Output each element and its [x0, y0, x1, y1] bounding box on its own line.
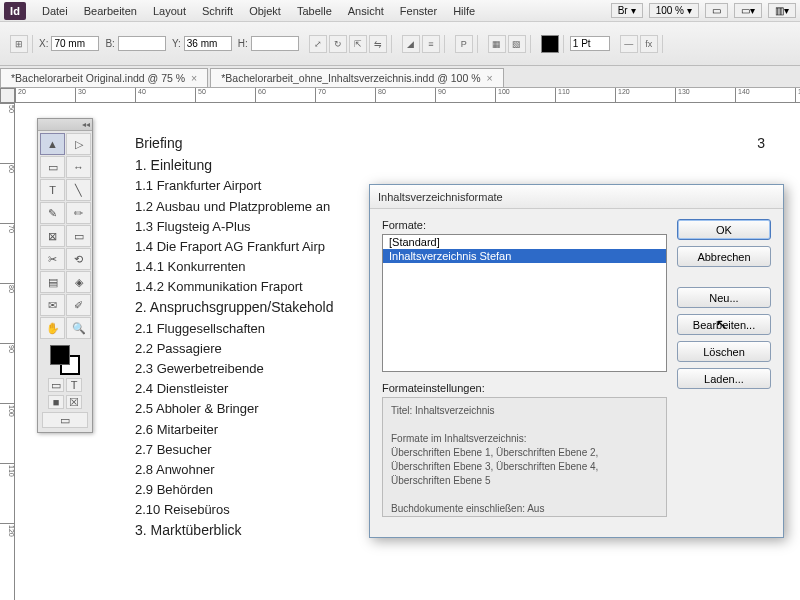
b-label: B:	[105, 38, 114, 49]
panel-header[interactable]: ◂◂	[38, 119, 92, 131]
selection-tool[interactable]: ▲	[40, 133, 65, 155]
workspace-icon[interactable]: ▥▾	[768, 3, 796, 18]
view-mode-icon[interactable]: ▭	[705, 3, 728, 18]
format-list-item[interactable]: Inhaltsverzeichnis Stefan	[383, 249, 666, 263]
ok-button[interactable]: OK	[677, 219, 771, 240]
ruler-vertical: 5060708090100110120	[0, 103, 15, 600]
rotate-icon[interactable]: ↻	[329, 35, 347, 53]
shear-icon[interactable]: ⇱	[349, 35, 367, 53]
zoom-tool[interactable]: 🔍	[66, 317, 91, 339]
load-button[interactable]: Laden...	[677, 368, 771, 389]
gradient-tool[interactable]: ▤	[40, 271, 65, 293]
align-icon[interactable]: ≡	[422, 35, 440, 53]
line-tool[interactable]: ╲	[66, 179, 91, 201]
direct-selection-tool[interactable]: ▷	[66, 133, 91, 155]
close-icon[interactable]: ×	[191, 72, 197, 84]
tool-panel: ◂◂ ▲ ▷ ▭ ↔ T ╲ ✎ ✏ ⊠ ▭ ✂ ⟲ ▤ ◈ ✉ ✐ ✋ 🔍	[37, 118, 93, 433]
screen-mode-tool[interactable]: ▭	[42, 412, 88, 428]
x-input[interactable]	[51, 36, 99, 51]
zoom-dropdown[interactable]: 100 % ▾	[649, 3, 699, 18]
effects-icon[interactable]: fx	[640, 35, 658, 53]
eyedropper-tool[interactable]: ✐	[66, 294, 91, 316]
p-icon[interactable]: P	[455, 35, 473, 53]
fill-stroke-swatch[interactable]	[50, 345, 80, 375]
close-icon[interactable]: ×	[487, 72, 493, 84]
fill-swatch[interactable]	[541, 35, 559, 53]
settings-label: Formateinstellungen:	[382, 382, 667, 394]
apply-none-icon[interactable]: ☒	[66, 395, 82, 409]
formats-listbox[interactable]: [Standard]Inhaltsverzeichnis Stefan	[382, 234, 667, 372]
control-bar: ⊞ X: B: Y: H: ⤢ ↻ ⇱ ⇋ ◢ ≡ P ▦ ▧ — fx	[0, 22, 800, 66]
menu-schrift[interactable]: Schrift	[194, 5, 241, 17]
ruler-corner	[0, 88, 15, 103]
stroke-style-icon[interactable]: —	[620, 35, 638, 53]
pen-tool[interactable]: ✎	[40, 202, 65, 224]
note-tool[interactable]: ✉	[40, 294, 65, 316]
menu-layout[interactable]: Layout	[145, 5, 194, 17]
apply-color-icon[interactable]: ■	[48, 395, 64, 409]
flip-h-icon[interactable]: ⇋	[369, 35, 387, 53]
bridge-button[interactable]: Br▾	[611, 3, 643, 18]
rectangle-tool[interactable]: ▭	[66, 225, 91, 247]
scissors-tool[interactable]: ✂	[40, 248, 65, 270]
gap-tool[interactable]: ↔	[66, 156, 91, 178]
tab-ohne-inhaltsverzeichnis[interactable]: *Bachelorarbeit_ohne_Inhaltsverzeichnis.…	[210, 68, 503, 87]
tab-original[interactable]: *Bachelorarbeit Original.indd @ 75 %×	[0, 68, 208, 87]
menu-hilfe[interactable]: Hilfe	[445, 5, 483, 17]
new-button[interactable]: Neu...	[677, 287, 771, 308]
toc-formats-dialog: Inhaltsverzeichnisformate Formate: [Stan…	[369, 184, 784, 538]
app-logo: Id	[4, 2, 26, 20]
corners-icon[interactable]: ◢	[402, 35, 420, 53]
gradient-feather-tool[interactable]: ◈	[66, 271, 91, 293]
rectangle-frame-tool[interactable]: ⊠	[40, 225, 65, 247]
screen-mode-icon[interactable]: ▭▾	[734, 3, 762, 18]
wrap2-icon[interactable]: ▧	[508, 35, 526, 53]
cancel-button[interactable]: Abbrechen	[677, 246, 771, 267]
menu-tabelle[interactable]: Tabelle	[289, 5, 340, 17]
y-input[interactable]	[184, 36, 232, 51]
menu-datei[interactable]: Datei	[34, 5, 76, 17]
wrap-icon[interactable]: ▦	[488, 35, 506, 53]
transform-tool[interactable]: ⟲	[66, 248, 91, 270]
pencil-tool[interactable]: ✏	[66, 202, 91, 224]
document-tabs: *Bachelorarbeit Original.indd @ 75 %× *B…	[0, 66, 800, 88]
h-input[interactable]	[251, 36, 299, 51]
menubar: Id Datei Bearbeiten Layout Schrift Objek…	[0, 0, 800, 22]
x-label: X:	[39, 38, 48, 49]
formatting-container-icon[interactable]: ▭	[48, 378, 64, 392]
scale-icon[interactable]: ⤢	[309, 35, 327, 53]
stroke-weight-input[interactable]	[570, 36, 610, 51]
format-list-item[interactable]: [Standard]	[383, 235, 666, 249]
menu-bearbeiten[interactable]: Bearbeiten	[76, 5, 145, 17]
dialog-titlebar[interactable]: Inhaltsverzeichnisformate	[370, 185, 783, 209]
hand-tool[interactable]: ✋	[40, 317, 65, 339]
reference-point-icon[interactable]: ⊞	[10, 35, 28, 53]
ruler-horizontal: 2030405060708090100110120130140150	[15, 88, 800, 103]
h-label: H:	[238, 38, 248, 49]
menu-ansicht[interactable]: Ansicht	[340, 5, 392, 17]
formatting-text-icon[interactable]: T	[66, 378, 82, 392]
type-tool[interactable]: T	[40, 179, 65, 201]
formats-label: Formate:	[382, 219, 667, 231]
page-tool[interactable]: ▭	[40, 156, 65, 178]
toc-entry: Briefing3	[135, 133, 775, 155]
edit-button[interactable]: Bearbeiten...	[677, 314, 771, 335]
y-label: Y:	[172, 38, 181, 49]
delete-button[interactable]: Löschen	[677, 341, 771, 362]
menu-fenster[interactable]: Fenster	[392, 5, 445, 17]
settings-box: Titel: Inhaltsverzeichnis Formate im Inh…	[382, 397, 667, 517]
menu-objekt[interactable]: Objekt	[241, 5, 289, 17]
toc-entry: 1. Einleitung	[135, 155, 775, 177]
b-input[interactable]	[118, 36, 166, 51]
